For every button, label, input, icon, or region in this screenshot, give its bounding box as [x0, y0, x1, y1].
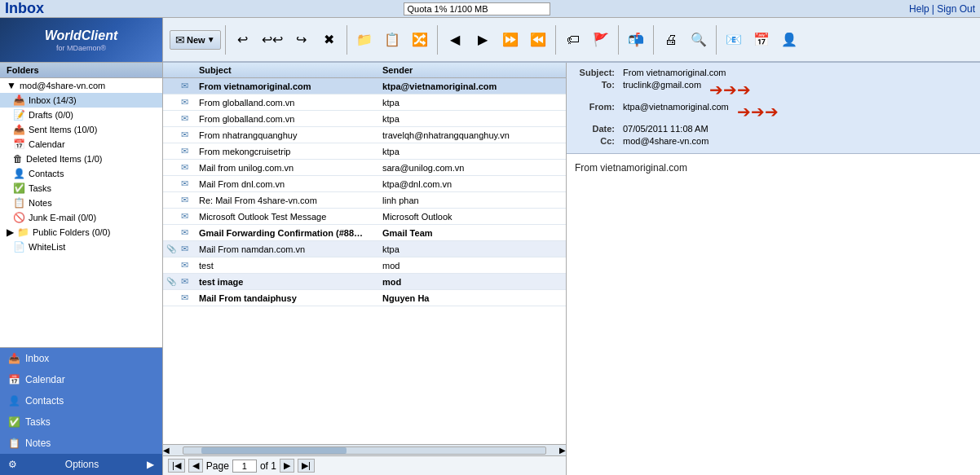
- nav-calendar[interactable]: 📅 Calendar: [0, 369, 162, 390]
- separator-5: [618, 25, 619, 55]
- next-button[interactable]: ▶: [470, 29, 496, 50]
- new-contact-button[interactable]: 👤: [776, 29, 802, 50]
- sidebar-account: ▼ mod@4share-vn.com: [0, 78, 162, 93]
- email-row-6[interactable]: ✉ Mail From dnl.com.vn ktpa@dnl.com.vn: [163, 176, 566, 192]
- nav-contacts-label: Contacts: [25, 395, 64, 407]
- sidebar-item-whitelist[interactable]: 📄 WhiteList: [0, 240, 162, 254]
- nav-notes[interactable]: 📋 Notes: [0, 433, 162, 454]
- prev-page-button[interactable]: ⏪: [525, 29, 551, 50]
- nav-options[interactable]: ⚙ Options ▶: [0, 454, 162, 475]
- calendar-label: Calendar: [29, 139, 65, 149]
- new-button[interactable]: ✉ New ▼: [170, 30, 221, 50]
- email-icon-0: ✉: [181, 81, 196, 91]
- public-label: Public Folders (0/0): [33, 227, 110, 237]
- junk-icon: 🚫: [13, 212, 25, 223]
- nav-calendar-label: Calendar: [25, 374, 65, 385]
- email-list-pane: Subject Sender ✉ From vietnamoriginal.co…: [163, 63, 567, 475]
- delete-button[interactable]: ✖: [316, 29, 342, 50]
- email-subject-2: From globalland.com.vn: [196, 114, 379, 124]
- to-value: truclink@gmail.com: [623, 80, 701, 90]
- next-unread-button[interactable]: ⏩: [497, 29, 523, 50]
- public-icon: 📁: [17, 227, 29, 238]
- mark-button[interactable]: 🏷: [560, 30, 586, 50]
- email-row-4[interactable]: ✉ From mekongcruisetrip ktpa: [163, 143, 566, 160]
- sidebar-item-deleted[interactable]: 🗑 Deleted Items (1/0): [0, 152, 162, 166]
- header-row-from: From: ktpa@vietnamoriginal.com ➔➔➔: [575, 102, 972, 121]
- email-subject-11: test: [196, 261, 379, 270]
- separator-2: [347, 25, 347, 55]
- to-arrow: ➔➔➔: [709, 80, 751, 99]
- reply-button[interactable]: ↩: [230, 29, 256, 50]
- deleted-label: Deleted Items (1/0): [26, 154, 103, 164]
- prev-page-btn[interactable]: ◀: [188, 459, 203, 473]
- email-row-2[interactable]: ✉ From globalland.com.vn ktpa: [163, 111, 566, 127]
- nav-inbox[interactable]: 📥 Inbox: [0, 348, 162, 369]
- email-sender-4: ktpa: [379, 147, 563, 156]
- help-link[interactable]: Help: [909, 3, 929, 15]
- contacts-icon: 👤: [13, 168, 25, 179]
- new-dropdown-icon[interactable]: ▼: [207, 35, 215, 44]
- calendar-icon: 📅: [13, 139, 25, 150]
- sidebar-item-calendar[interactable]: 📅 Calendar: [0, 137, 162, 152]
- scroll-thumb[interactable]: [201, 447, 347, 454]
- separator-6: [653, 25, 654, 55]
- forward-button[interactable]: ↪: [289, 29, 315, 50]
- email-row-11[interactable]: ✉ test mod: [163, 257, 566, 274]
- reply-all-button[interactable]: ↩↩: [258, 29, 287, 50]
- sidebar-item-notes[interactable]: 📋 Notes: [0, 196, 162, 210]
- from-arrow: ➔➔➔: [737, 102, 779, 121]
- sidebar-item-drafts[interactable]: 📝 Drafts (0/0): [0, 108, 162, 122]
- col-sender-header[interactable]: Sender: [379, 65, 563, 75]
- help-links: Help | Sign Out: [909, 3, 975, 15]
- check-mail-button[interactable]: 📬: [623, 29, 649, 50]
- print-button[interactable]: 🖨: [658, 30, 684, 50]
- forward-icon: ↪: [296, 32, 307, 47]
- sidebar-item-sent[interactable]: 📤 Sent Items (10/0): [0, 122, 162, 137]
- prev-button[interactable]: ◀: [442, 29, 468, 50]
- page-number-input[interactable]: [232, 460, 257, 473]
- quota-input: [404, 2, 550, 15]
- email-sender-12: mod: [379, 277, 563, 287]
- copy-button[interactable]: 📋: [379, 29, 405, 50]
- scroll-right-btn[interactable]: ▶: [559, 446, 566, 455]
- nav-contacts[interactable]: 👤 Contacts: [0, 390, 162, 411]
- email-attach-12: 📎: [166, 277, 181, 286]
- move-button[interactable]: 📁: [351, 29, 377, 50]
- redirect-button[interactable]: 🔀: [407, 29, 433, 50]
- sidebar-item-junk[interactable]: 🚫 Junk E-mail (0/0): [0, 210, 162, 225]
- new-cal-button[interactable]: 📅: [748, 29, 775, 50]
- email-row-5[interactable]: ✉ Mail from unilog.com.vn sara@unilog.co…: [163, 160, 566, 176]
- new-cal-icon: 📅: [753, 32, 770, 47]
- sidebar-item-contacts[interactable]: 👤 Contacts: [0, 166, 162, 181]
- sidebar-item-inbox[interactable]: 📥 Inbox (14/3): [0, 93, 162, 108]
- date-label: Date:: [575, 124, 620, 134]
- first-page-btn[interactable]: |◀: [168, 459, 185, 473]
- email-row-0[interactable]: ✉ From vietnamoriginal.com ktpa@vietnamo…: [163, 78, 566, 95]
- separator-3: [437, 25, 438, 55]
- email-row-10[interactable]: 📎 ✉ Mail From namdan.com.vn ktpa: [163, 241, 566, 257]
- sidebar-item-tasks[interactable]: ✅ Tasks: [0, 181, 162, 196]
- flag-button[interactable]: 🚩: [588, 29, 614, 50]
- email-icon-12: ✉: [181, 276, 196, 287]
- email-sender-0: ktpa@vietnamoriginal.com: [379, 81, 563, 91]
- email-row-9[interactable]: ✉ Gmail Forwarding Confirmation (#88… Gm…: [163, 225, 566, 241]
- nav-tasks[interactable]: ✅ Tasks: [0, 411, 162, 433]
- page-title: Inbox: [5, 0, 44, 17]
- horizontal-scrollbar[interactable]: ◀ ▶: [163, 444, 566, 455]
- next-page-btn[interactable]: ▶: [280, 459, 294, 473]
- nav-options-arrow: ▶: [147, 459, 154, 470]
- email-row-7[interactable]: ✉ Re: Mail From 4share-vn.com linh phan: [163, 192, 566, 209]
- last-page-btn[interactable]: ▶|: [298, 459, 315, 473]
- new-msg-button[interactable]: 📧: [721, 29, 747, 50]
- scroll-left-btn[interactable]: ◀: [163, 446, 170, 455]
- sidebar-item-public[interactable]: ▶ 📁 Public Folders (0/0): [0, 225, 162, 240]
- email-row-8[interactable]: ✉ Microsoft Outlook Test Message Microso…: [163, 209, 566, 225]
- email-row-13[interactable]: ✉ Mail From tandaiphusy Nguyen Ha: [163, 290, 566, 306]
- signout-link[interactable]: Sign Out: [937, 3, 975, 15]
- email-row-12[interactable]: 📎 ✉ test image mod: [163, 274, 566, 290]
- col-subject-header[interactable]: Subject: [196, 65, 379, 75]
- email-row-3[interactable]: ✉ From nhatrangquanghuy travelqh@nhatran…: [163, 127, 566, 143]
- email-icon-11: ✉: [181, 260, 196, 270]
- search-button[interactable]: 🔍: [686, 29, 712, 50]
- email-row-1[interactable]: ✉ From globalland.com.vn ktpa: [163, 95, 566, 111]
